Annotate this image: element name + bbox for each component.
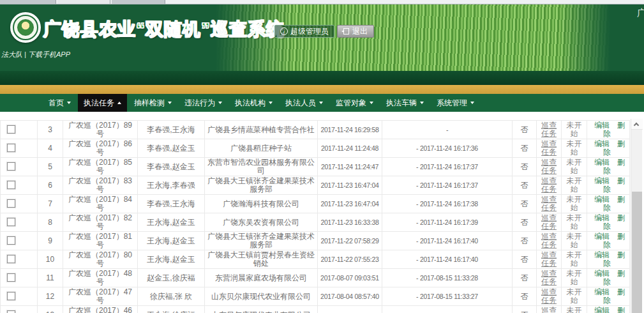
header-sub-links[interactable]: 法大队 | 下载手机APP	[1, 50, 70, 59]
checkbox-cell	[1, 269, 38, 287]
browser-tab-active[interactable]	[57, 0, 110, 4]
officer-names: 王永海,赵金玉	[138, 250, 205, 269]
edit-link[interactable]: 编辑	[594, 250, 610, 259]
task-type-link[interactable]: 巡查任务	[541, 213, 557, 231]
task-type-link[interactable]: 巡查任务	[541, 176, 557, 194]
row-checkbox[interactable]	[7, 255, 15, 263]
logout-icon	[343, 28, 349, 34]
task-table: 3 广农巡（2017）89号 李春强,王永海 广饶县乡情蔬菜种植专营合作社 20…	[0, 120, 630, 313]
clipped-corner-text: 广	[637, 7, 644, 19]
scroll-up-button[interactable]	[631, 119, 643, 130]
row-index: 13	[38, 306, 63, 313]
caret-up-icon	[117, 102, 121, 104]
task-type-cell: 巡查任务	[537, 121, 562, 139]
officer-names: 李春强,赵金玉	[138, 139, 205, 158]
task-period: -	[382, 121, 513, 139]
task-table-body: 3 广农巡（2017）89号 李春强,王永海 广饶县乡情蔬菜种植专营合作社 20…	[1, 121, 630, 313]
row-checkbox[interactable]	[7, 125, 15, 134]
task-number: 广农巡（2017）80号	[63, 250, 138, 269]
page-header: 广饶县农业“双随机”巡查系统 i 超级管理员 退出 法大队 | 下载手机APP …	[0, 4, 644, 85]
checkbox-cell	[1, 121, 38, 139]
row-index: 3	[38, 121, 63, 139]
row-checkbox[interactable]	[7, 273, 15, 282]
edit-link[interactable]: 编辑	[594, 158, 610, 167]
task-number: 广农巡（2017）84号	[63, 195, 138, 213]
chevron-up-icon	[634, 123, 639, 128]
task-number: 广农巡（2017）82号	[63, 213, 138, 232]
created-time: 2017-11-24 11:24:48	[318, 139, 382, 158]
browser-tab[interactable]	[112, 0, 165, 4]
row-checkbox[interactable]	[7, 292, 15, 300]
row-checkbox[interactable]	[7, 218, 15, 226]
task-period: - 2017-11-24 16:17:40	[382, 250, 513, 269]
task-type-link[interactable]: 巡查任务	[541, 195, 557, 212]
edit-link[interactable]: 编辑	[594, 269, 610, 278]
task-type-link[interactable]: 巡查任务	[541, 250, 557, 268]
task-number: 广农巡（2017）46号	[63, 306, 138, 313]
flag-cell: 否	[513, 269, 537, 287]
nav-item-7[interactable]: 监管对象	[330, 94, 379, 112]
row-checkbox[interactable]	[7, 144, 15, 152]
nav-item-9[interactable]: 系统管理	[431, 94, 480, 112]
checkbox-cell	[1, 232, 38, 250]
row-checkbox[interactable]	[7, 236, 15, 245]
task-number: 广农巡（2017）47号	[63, 287, 138, 306]
nav-item-4[interactable]: 违法行为	[179, 94, 228, 112]
officer-names: 徐庆福,张 欣	[138, 287, 205, 306]
nav-item-8[interactable]: 执法车辆	[380, 94, 430, 112]
vertical-scrollbar[interactable]	[631, 119, 642, 313]
task-type-cell: 巡查任务	[537, 195, 562, 213]
caret-down-icon	[168, 102, 172, 104]
edit-link[interactable]: 编辑	[594, 306, 610, 313]
edit-link[interactable]: 编辑	[594, 213, 610, 222]
edit-link[interactable]: 编辑	[594, 287, 610, 296]
task-type-cell: 巡查任务	[537, 213, 562, 232]
caret-down-icon	[67, 102, 71, 104]
edit-link[interactable]: 编辑	[594, 195, 610, 204]
logout-button[interactable]: 退出	[337, 25, 374, 38]
task-type-link[interactable]: 巡查任务	[541, 269, 557, 286]
row-checkbox[interactable]	[7, 310, 15, 313]
task-type-link[interactable]: 巡查任务	[541, 139, 557, 156]
edit-link[interactable]: 编辑	[594, 176, 610, 185]
row-checkbox[interactable]	[7, 181, 15, 189]
edit-link[interactable]: 编辑	[594, 121, 610, 130]
table-row: 5 广农巡（2017）85号 李春强,赵金玉 东营市智浩农业园林服务有限公司 2…	[1, 158, 630, 176]
task-type-cell: 巡查任务	[537, 176, 562, 195]
actions-cell: 编辑 删除	[587, 139, 630, 158]
actions-cell: 编辑 删除	[587, 176, 630, 195]
inspection-target: 广饶县大王镇张齐金建果菜技术服务部	[205, 176, 318, 195]
task-type-link[interactable]: 巡查任务	[541, 232, 557, 249]
task-type-link[interactable]: 巡查任务	[541, 287, 557, 305]
row-index: 4	[38, 139, 63, 158]
browser-tab[interactable]	[0, 0, 56, 4]
edit-link[interactable]: 编辑	[594, 139, 610, 148]
row-checkbox[interactable]	[7, 199, 15, 208]
task-type-link[interactable]: 巡查任务	[541, 158, 557, 175]
created-time: 2017-08-07 09:03:51	[318, 269, 382, 287]
row-checkbox[interactable]	[7, 162, 15, 171]
task-type-link[interactable]: 巡查任务	[541, 306, 557, 313]
task-type-link[interactable]: 巡查任务	[541, 121, 557, 138]
nav-item-1[interactable]: 首页	[43, 94, 77, 112]
officer-names: 王永海,赵金玉	[138, 213, 205, 232]
nav-item-5[interactable]: 执法机构	[229, 94, 278, 112]
task-number: 广农巡（2017）85号	[63, 158, 138, 176]
scrollbar-thumb[interactable]	[632, 192, 642, 313]
logo-ring	[13, 15, 38, 40]
checkbox-cell	[1, 306, 38, 313]
flag-cell: 否	[513, 306, 537, 313]
status-cell: 未开始	[562, 195, 587, 213]
app-window: 广饶县农业“双随机”巡查系统 i 超级管理员 退出 法大队 | 下载手机APP …	[0, 0, 644, 313]
table-row: 3 广农巡（2017）89号 李春强,王永海 广饶县乡情蔬菜种植专营合作社 20…	[1, 121, 630, 139]
checkbox-cell	[1, 213, 38, 232]
nav-item-3[interactable]: 抽样检测	[128, 94, 177, 112]
status-cell: 未开始	[562, 176, 587, 195]
actions-cell: 编辑 删除	[587, 195, 630, 213]
edit-link[interactable]: 编辑	[594, 232, 610, 241]
nav-item-6[interactable]: 执法人员	[280, 94, 329, 112]
current-user-badge[interactable]: i 超级管理员	[274, 25, 334, 38]
row-index: 8	[38, 213, 63, 232]
nav-item-2[interactable]: 执法任务	[78, 94, 127, 112]
nav-item-label: 执法机构	[235, 98, 266, 109]
